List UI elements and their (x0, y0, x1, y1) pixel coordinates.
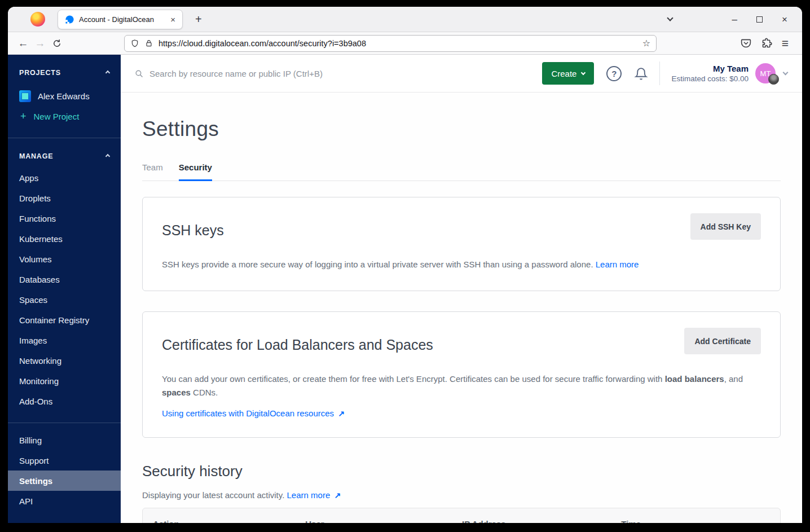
sidebar-item-monitoring[interactable]: Monitoring (8, 371, 121, 391)
column-header-action: Action (153, 519, 305, 524)
ssh-learn-more-link[interactable]: Learn more (596, 260, 639, 269)
bookmark-star-icon[interactable]: ☆ (642, 38, 650, 49)
search-input[interactable] (149, 69, 542, 78)
project-cube-icon (19, 90, 31, 102)
add-certificate-button[interactable]: Add Certificate (684, 328, 761, 354)
shield-icon[interactable] (130, 39, 139, 48)
cert-description-text-1: You can add your own certificates, or cr… (162, 374, 665, 384)
settings-page: Settings Team Security SSH keys Add SSH … (121, 93, 802, 523)
projects-section-header[interactable]: PROJECTS (8, 69, 121, 77)
sidebar-item-add-ons[interactable]: Add-Ons (8, 391, 121, 411)
forward-icon[interactable]: → (32, 35, 49, 52)
chevron-down-icon (581, 70, 586, 74)
sidebar-item-project[interactable]: Alex Edwards (8, 86, 121, 106)
new-project-label: New Project (34, 112, 80, 121)
sidebar: PROJECTS Alex Edwards + New Project MANA… (8, 55, 121, 523)
close-button[interactable]: × (782, 15, 787, 24)
sidebar-item-networking[interactable]: Networking (8, 350, 121, 371)
cert-card-title: Certificates for Load Balancers and Spac… (162, 337, 433, 353)
avatar[interactable]: MT (755, 63, 776, 83)
tab-close-icon[interactable]: × (168, 15, 178, 24)
tab-team[interactable]: Team (142, 162, 163, 181)
history-learn-more-link[interactable]: Learn more (287, 490, 331, 500)
topbar-divider (659, 61, 660, 85)
history-subtitle-text: Displaying your latest account activity. (142, 490, 284, 500)
team-info: My Team Estimated costs: $0.00 (671, 64, 749, 83)
sidebar-divider (8, 138, 121, 138)
url-text[interactable]: https://cloud.digitalocean.com/account/s… (159, 39, 637, 48)
account-chevron-down-icon[interactable] (783, 70, 789, 76)
new-tab-button[interactable]: + (191, 12, 206, 27)
cert-description-bold-1: load balancers (665, 374, 724, 384)
maximize-button[interactable] (756, 15, 763, 24)
resource-search (134, 69, 542, 78)
security-history-subtitle: Displaying your latest account activity.… (142, 490, 781, 500)
chevron-up-icon[interactable] (105, 71, 110, 75)
sidebar-item-images[interactable]: Images (8, 330, 121, 350)
window-controls: – × (668, 15, 802, 24)
manage-section-header[interactable]: MANAGE (8, 152, 121, 160)
menu-hamburger-icon[interactable]: ≡ (782, 37, 789, 50)
extensions-puzzle-icon[interactable] (761, 37, 773, 49)
sidebar-item-api[interactable]: API (8, 491, 121, 511)
page-title: Settings (142, 117, 781, 141)
column-header-ip-address: IP Address (462, 519, 621, 524)
url-bar[interactable]: https://cloud.digitalocean.com/account/s… (124, 35, 657, 52)
settings-tabs: Team Security (142, 162, 781, 181)
estimated-costs: Estimated costs: $0.00 (671, 74, 749, 83)
cert-card-description: You can add your own certificates, or cr… (162, 372, 761, 399)
account-nav: Billing Support Settings API (8, 430, 121, 511)
external-link-arrow-icon: ↗ (334, 491, 341, 500)
cert-card-header: Certificates for Load Balancers and Spac… (162, 328, 761, 354)
cert-description-bold-2: spaces (162, 388, 191, 397)
sidebar-item-kubernetes[interactable]: Kubernetes (8, 228, 121, 249)
search-icon (134, 69, 144, 78)
back-icon[interactable]: ← (15, 35, 32, 52)
ssh-description-text: SSH keys provide a more secure way of lo… (162, 260, 593, 269)
security-history-table-header: Action User IP Address Time (142, 508, 781, 523)
sidebar-item-support[interactable]: Support (8, 450, 121, 471)
tab-list-chevron-icon[interactable] (667, 15, 673, 21)
using-certificates-link[interactable]: Using certificates with DigitalOcean res… (162, 408, 334, 418)
ssh-card-description: SSH keys provide a more secure way of lo… (162, 258, 761, 271)
sidebar-item-container-registry[interactable]: Container Registry (8, 310, 121, 330)
sidebar-item-settings[interactable]: Settings (8, 471, 121, 491)
help-icon[interactable]: ? (606, 66, 622, 81)
tab-title: Account - DigitalOcean (79, 15, 164, 24)
cert-description-text-3: CDNs. (191, 388, 218, 397)
ssh-keys-card: SSH keys Add SSH Key SSH keys provide a … (142, 197, 781, 291)
create-button[interactable]: Create (542, 62, 594, 85)
reload-icon[interactable] (49, 35, 65, 52)
lock-icon[interactable] (144, 39, 153, 48)
project-name-label: Alex Edwards (38, 91, 90, 101)
sidebar-item-databases[interactable]: Databases (8, 269, 121, 289)
pocket-icon[interactable] (740, 37, 752, 49)
add-ssh-key-button[interactable]: Add SSH Key (690, 213, 761, 240)
browser-tab[interactable]: Account - DigitalOcean × (58, 10, 183, 29)
desktop-background: Account - DigitalOcean × + – × ← → (0, 0, 810, 532)
plus-icon: + (20, 111, 27, 122)
create-label: Create (551, 69, 576, 78)
sidebar-item-droplets[interactable]: Droplets (8, 188, 121, 208)
chevron-up-icon[interactable] (105, 154, 110, 159)
sidebar-item-apps[interactable]: Apps (8, 168, 121, 188)
content-column: Create ? My Team Estimated costs: $0.00 (121, 55, 802, 523)
team-name: My Team (671, 64, 749, 73)
minimize-button[interactable]: – (732, 15, 737, 24)
new-project-button[interactable]: + New Project (8, 106, 121, 126)
firefox-icon[interactable] (30, 12, 45, 27)
ssh-card-header: SSH keys Add SSH Key (162, 213, 761, 240)
sidebar-item-functions[interactable]: Functions (8, 208, 121, 228)
app-root: PROJECTS Alex Edwards + New Project MANA… (8, 55, 802, 523)
sidebar-item-billing[interactable]: Billing (8, 430, 121, 450)
sidebar-item-volumes[interactable]: Volumes (8, 249, 121, 269)
cert-link-row: Using certificates with DigitalOcean res… (162, 408, 761, 418)
browser-navbar: ← → https://cloud.digitalocean.com/accou… (8, 32, 802, 55)
certificates-card: Certificates for Load Balancers and Spac… (142, 311, 781, 438)
sidebar-item-spaces[interactable]: Spaces (8, 289, 121, 310)
firefox-window: Account - DigitalOcean × + – × ← → (8, 7, 802, 523)
tab-security[interactable]: Security (179, 162, 212, 181)
manage-header-label: MANAGE (19, 152, 53, 160)
column-header-user: User (305, 519, 462, 524)
notifications-bell-icon[interactable] (634, 67, 648, 81)
